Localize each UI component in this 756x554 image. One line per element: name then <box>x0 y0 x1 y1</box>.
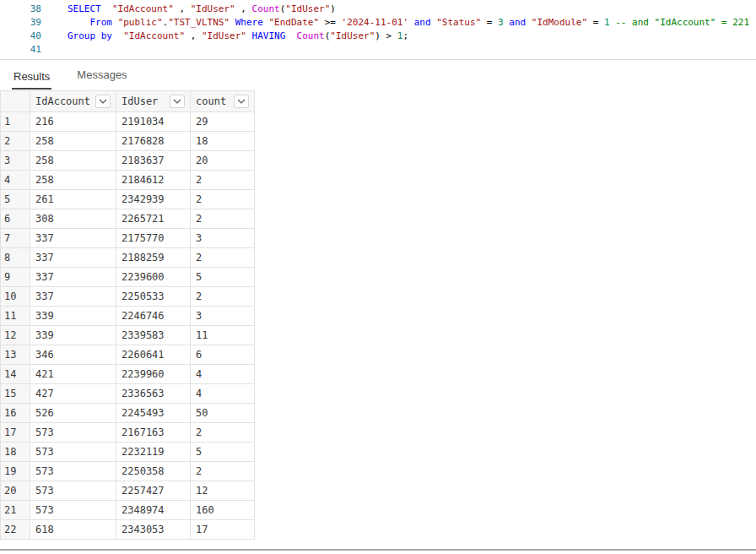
grid-cell[interactable]: 308 <box>30 209 116 229</box>
grid-cell[interactable]: 12 <box>191 481 255 501</box>
grid-cell[interactable]: 17 <box>191 520 255 540</box>
grid-cell[interactable]: 2 <box>191 287 255 307</box>
grid-cell[interactable]: 337 <box>30 268 116 287</box>
row-number-cell[interactable]: 18 <box>1 443 30 462</box>
grid-cell[interactable]: 2336563 <box>116 384 191 404</box>
row-number-cell[interactable]: 13 <box>1 345 30 365</box>
grid-cell[interactable]: 2176828 <box>116 132 191 151</box>
grid-cell[interactable]: 618 <box>30 520 116 540</box>
grid-cell[interactable]: 5 <box>191 268 255 287</box>
grid-cell[interactable]: 339 <box>30 307 116 326</box>
grid-cell[interactable]: 337 <box>30 229 116 248</box>
grid-corner-cell[interactable] <box>1 91 30 112</box>
row-number-cell[interactable]: 20 <box>1 481 30 501</box>
grid-cell[interactable]: 258 <box>30 171 116 190</box>
row-number-cell[interactable]: 16 <box>1 404 30 423</box>
tab-results[interactable]: Results <box>12 65 51 90</box>
code-line[interactable]: 40Group by "IdAccount" , "IdUser" HAVING… <box>0 30 756 43</box>
tab-messages[interactable]: Messages <box>75 63 128 90</box>
grid-cell[interactable]: 2183637 <box>116 151 191 171</box>
column-header-iduser[interactable]: IdUser <box>116 91 191 112</box>
code-line[interactable]: 41 <box>0 43 756 57</box>
sql-editor[interactable]: 38SELECT "IdAccount" , "IdUser" , Count(… <box>0 0 756 57</box>
code-line[interactable]: 38SELECT "IdAccount" , "IdUser" , Count(… <box>0 3 756 16</box>
grid-cell[interactable]: 339 <box>30 326 116 345</box>
grid-cell[interactable]: 3 <box>191 229 255 248</box>
grid-cell[interactable]: 2239960 <box>116 365 191 384</box>
grid-cell[interactable]: 2265721 <box>116 209 191 229</box>
grid-cell[interactable]: 216 <box>30 112 116 132</box>
row-number-cell[interactable]: 10 <box>1 287 30 307</box>
filter-chevron-icon[interactable] <box>95 95 111 108</box>
grid-cell[interactable]: 337 <box>30 287 116 307</box>
grid-cell[interactable]: 11 <box>191 326 255 345</box>
grid-cell[interactable]: 258 <box>30 151 116 171</box>
row-number-cell[interactable]: 14 <box>1 365 30 384</box>
grid-cell[interactable]: 4 <box>191 384 255 404</box>
grid-cell[interactable]: 2175770 <box>116 229 191 248</box>
filter-chevron-icon[interactable] <box>170 95 185 108</box>
grid-cell[interactable]: 2188259 <box>116 248 191 268</box>
grid-cell[interactable]: 573 <box>30 443 116 462</box>
grid-cell[interactable]: 2246746 <box>116 307 191 326</box>
grid-cell[interactable]: 5 <box>191 443 255 462</box>
row-number-cell[interactable]: 9 <box>1 268 30 287</box>
grid-cell[interactable]: 2167163 <box>116 423 191 443</box>
row-number-cell[interactable]: 5 <box>1 190 30 209</box>
grid-cell[interactable]: 160 <box>191 501 255 520</box>
grid-cell[interactable]: 50 <box>191 404 255 423</box>
grid-cell[interactable]: 258 <box>30 132 116 151</box>
row-number-cell[interactable]: 17 <box>1 423 30 443</box>
row-number-cell[interactable]: 1 <box>1 112 30 132</box>
row-number-cell[interactable]: 11 <box>1 307 30 326</box>
grid-cell[interactable]: 427 <box>30 384 116 404</box>
grid-cell[interactable]: 2 <box>191 190 255 209</box>
grid-cell[interactable]: 2232119 <box>116 443 191 462</box>
grid-cell[interactable]: 2260641 <box>116 345 191 365</box>
grid-cell[interactable]: 2339583 <box>116 326 191 345</box>
grid-cell[interactable]: 337 <box>30 248 116 268</box>
grid-cell[interactable]: 2348974 <box>116 501 191 520</box>
grid-cell[interactable]: 2191034 <box>116 112 191 132</box>
grid-cell[interactable]: 18 <box>191 132 255 151</box>
grid-cell[interactable]: 2343053 <box>116 520 191 540</box>
row-number-cell[interactable]: 3 <box>1 151 30 171</box>
grid-cell[interactable]: 2239600 <box>116 268 191 287</box>
grid-cell[interactable]: 29 <box>191 112 255 132</box>
grid-cell[interactable]: 573 <box>30 423 116 443</box>
grid-cell[interactable]: 2 <box>191 209 255 229</box>
grid-cell[interactable]: 2257427 <box>116 481 191 501</box>
grid-cell[interactable]: 2 <box>191 462 255 481</box>
grid-cell[interactable]: 421 <box>30 365 116 384</box>
grid-cell[interactable]: 346 <box>30 345 116 365</box>
grid-cell[interactable]: 573 <box>30 481 116 501</box>
row-number-cell[interactable]: 6 <box>1 209 30 229</box>
grid-cell[interactable]: 20 <box>191 151 255 171</box>
grid-cell[interactable]: 6 <box>191 345 255 365</box>
grid-cell[interactable]: 573 <box>30 501 116 520</box>
row-number-cell[interactable]: 22 <box>1 520 30 540</box>
grid-cell[interactable]: 2342939 <box>116 190 191 209</box>
grid-cell[interactable]: 4 <box>191 365 255 384</box>
column-header-count[interactable]: count <box>191 91 255 112</box>
grid-cell[interactable]: 2 <box>191 423 255 443</box>
row-number-cell[interactable]: 7 <box>1 229 30 248</box>
grid-cell[interactable]: 2250358 <box>116 462 191 481</box>
grid-cell[interactable]: 526 <box>30 404 116 423</box>
grid-cell[interactable]: 573 <box>30 462 116 481</box>
code-line[interactable]: 39 From "public"."TST_VLTNS" Where "EndD… <box>0 16 756 30</box>
row-number-cell[interactable]: 2 <box>1 132 30 151</box>
grid-cell[interactable]: 2245493 <box>116 404 191 423</box>
column-header-idaccount[interactable]: IdAccount <box>30 91 116 112</box>
row-number-cell[interactable]: 12 <box>1 326 30 345</box>
grid-cell[interactable]: 3 <box>191 307 255 326</box>
filter-chevron-icon[interactable] <box>234 95 249 108</box>
row-number-cell[interactable]: 15 <box>1 384 30 404</box>
grid-cell[interactable]: 2250533 <box>116 287 191 307</box>
row-number-cell[interactable]: 8 <box>1 248 30 268</box>
grid-cell[interactable]: 261 <box>30 190 116 209</box>
grid-cell[interactable]: 2184612 <box>116 171 191 190</box>
row-number-cell[interactable]: 21 <box>1 501 30 520</box>
row-number-cell[interactable]: 4 <box>1 171 30 190</box>
grid-cell[interactable]: 2 <box>191 171 255 190</box>
